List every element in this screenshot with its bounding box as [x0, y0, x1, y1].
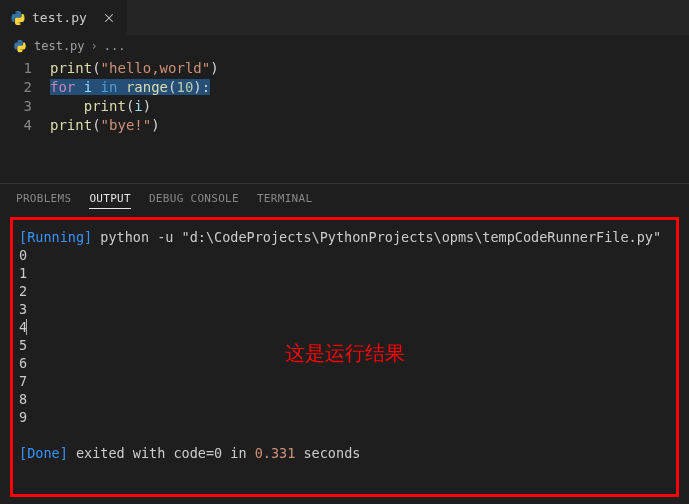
breadcrumb-filename: test.py	[34, 39, 85, 53]
tab-debug-console[interactable]: DEBUG CONSOLE	[149, 192, 239, 209]
breadcrumb[interactable]: test.py › ...	[0, 35, 689, 57]
output-running-cmd: python -u "d:\CodeProjects\PythonProject…	[92, 229, 661, 245]
tab-problems[interactable]: PROBLEMS	[16, 192, 71, 209]
line-code[interactable]: print("bye!")	[50, 116, 160, 135]
python-file-icon	[12, 38, 28, 54]
code-editor[interactable]: 1print("hello,world")2for i in range(10)…	[0, 57, 689, 145]
output-done-seconds: 0.331	[255, 445, 296, 461]
output-line: 4	[19, 318, 670, 336]
line-number: 2	[0, 78, 50, 97]
output-line: 5	[19, 336, 670, 354]
output-panel: [Running] python -u "d:\CodeProjects\Pyt…	[10, 217, 679, 497]
close-icon[interactable]	[101, 10, 117, 26]
line-code[interactable]: for i in range(10):	[50, 78, 210, 97]
output-done-text: seconds	[295, 445, 360, 461]
tab-filename: test.py	[32, 10, 87, 25]
output-running-label: [Running]	[19, 229, 92, 245]
chevron-right-icon: ›	[91, 39, 98, 53]
tab-terminal[interactable]: TERMINAL	[257, 192, 312, 209]
output-line: 2	[19, 282, 670, 300]
output-line: 1	[19, 264, 670, 282]
output-line: 8	[19, 390, 670, 408]
tab-bar: test.py	[0, 0, 689, 35]
editor-line[interactable]: 3 print(i)	[0, 97, 689, 116]
editor-line[interactable]: 1print("hello,world")	[0, 59, 689, 78]
output-done-label: [Done]	[19, 445, 68, 461]
editor-line[interactable]: 2for i in range(10):	[0, 78, 689, 97]
python-file-icon	[10, 10, 26, 26]
output-content[interactable]: [Running] python -u "d:\CodeProjects\Pyt…	[19, 228, 670, 462]
editor-line[interactable]: 4print("bye!")	[0, 116, 689, 135]
line-number: 1	[0, 59, 50, 78]
output-line: 7	[19, 372, 670, 390]
output-line: 6	[19, 354, 670, 372]
line-number: 3	[0, 97, 50, 116]
output-done-text: exited with code=0 in	[68, 445, 255, 461]
line-code[interactable]: print(i)	[50, 97, 151, 116]
breadcrumb-more: ...	[104, 39, 126, 53]
tab-test-py[interactable]: test.py	[0, 0, 128, 35]
line-number: 4	[0, 116, 50, 135]
tab-output[interactable]: OUTPUT	[89, 192, 131, 209]
output-line: 9	[19, 408, 670, 426]
output-line: 3	[19, 300, 670, 318]
output-line: 0	[19, 246, 670, 264]
line-code[interactable]: print("hello,world")	[50, 59, 219, 78]
panel-tabs: PROBLEMS OUTPUT DEBUG CONSOLE TERMINAL	[0, 183, 689, 213]
